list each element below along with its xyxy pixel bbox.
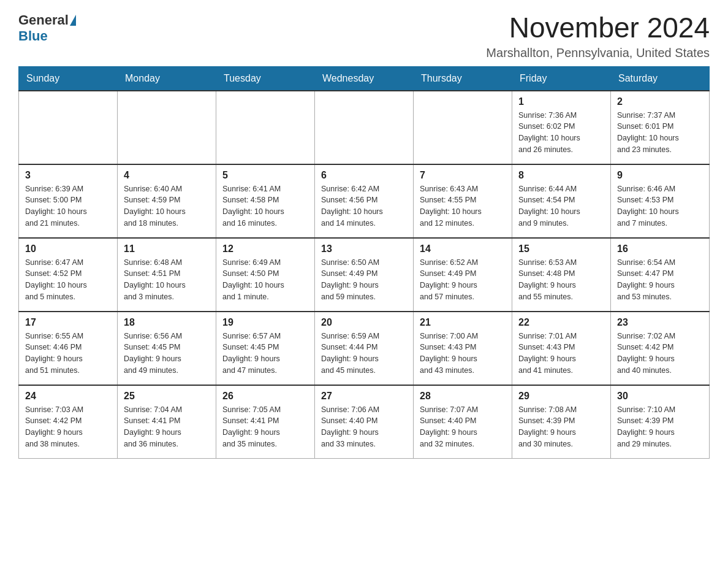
day-number: 29 [518,391,604,402]
day-number: 28 [420,391,506,402]
calendar-cell: 29Sunrise: 7:08 AM Sunset: 4:39 PM Dayli… [512,385,611,459]
calendar-cell: 25Sunrise: 7:04 AM Sunset: 4:41 PM Dayli… [118,385,216,459]
day-number: 22 [518,317,604,328]
week-row-2: 3Sunrise: 6:39 AM Sunset: 5:00 PM Daylig… [19,164,710,238]
day-info: Sunrise: 7:01 AM Sunset: 4:43 PM Dayligh… [518,331,604,377]
day-info: Sunrise: 7:04 AM Sunset: 4:41 PM Dayligh… [124,404,210,450]
day-info: Sunrise: 7:07 AM Sunset: 4:40 PM Dayligh… [420,404,506,450]
day-number: 15 [518,243,604,255]
day-number: 20 [321,317,407,328]
day-info: Sunrise: 6:49 AM Sunset: 4:50 PM Dayligh… [222,257,308,303]
calendar-cell: 4Sunrise: 6:40 AM Sunset: 4:59 PM Daylig… [118,164,216,238]
calendar-cell: 21Sunrise: 7:00 AM Sunset: 4:43 PM Dayli… [414,312,512,385]
day-info: Sunrise: 7:08 AM Sunset: 4:39 PM Dayligh… [518,404,604,450]
day-info: Sunrise: 6:44 AM Sunset: 4:54 PM Dayligh… [518,183,604,229]
calendar-cell: 12Sunrise: 6:49 AM Sunset: 4:50 PM Dayli… [216,238,315,312]
calendar-header-friday: Friday [512,66,611,91]
week-row-4: 17Sunrise: 6:55 AM Sunset: 4:46 PM Dayli… [19,312,710,385]
calendar-cell: 28Sunrise: 7:07 AM Sunset: 4:40 PM Dayli… [414,385,512,459]
calendar-cell: 24Sunrise: 7:03 AM Sunset: 4:42 PM Dayli… [19,385,118,459]
day-info: Sunrise: 6:53 AM Sunset: 4:48 PM Dayligh… [518,257,604,303]
week-row-5: 24Sunrise: 7:03 AM Sunset: 4:42 PM Dayli… [19,385,710,459]
day-number: 7 [420,170,506,181]
day-info: Sunrise: 6:40 AM Sunset: 4:59 PM Dayligh… [124,183,210,229]
calendar-cell: 3Sunrise: 6:39 AM Sunset: 5:00 PM Daylig… [19,164,118,238]
day-info: Sunrise: 7:06 AM Sunset: 4:40 PM Dayligh… [321,404,407,450]
day-number: 23 [617,317,703,328]
day-info: Sunrise: 7:37 AM Sunset: 6:01 PM Dayligh… [617,110,703,156]
calendar-cell [216,91,315,164]
day-number: 14 [420,243,506,255]
page-header: General Blue November 2024 Marshallton, … [18,12,710,60]
day-number: 27 [321,391,407,402]
day-number: 11 [124,243,210,255]
day-number: 25 [124,391,210,402]
calendar-table: SundayMondayTuesdayWednesdayThursdayFrid… [18,66,710,459]
calendar-header-row: SundayMondayTuesdayWednesdayThursdayFrid… [19,66,710,91]
calendar-cell: 6Sunrise: 6:42 AM Sunset: 4:56 PM Daylig… [315,164,414,238]
day-info: Sunrise: 6:41 AM Sunset: 4:58 PM Dayligh… [222,183,308,229]
day-info: Sunrise: 6:57 AM Sunset: 4:45 PM Dayligh… [222,331,308,377]
calendar-cell: 5Sunrise: 6:41 AM Sunset: 4:58 PM Daylig… [216,164,315,238]
calendar-header-monday: Monday [118,66,216,91]
calendar-cell: 1Sunrise: 7:36 AM Sunset: 6:02 PM Daylig… [512,91,611,164]
day-info: Sunrise: 6:50 AM Sunset: 4:49 PM Dayligh… [321,257,407,303]
day-info: Sunrise: 6:54 AM Sunset: 4:47 PM Dayligh… [617,257,703,303]
calendar-cell: 20Sunrise: 6:59 AM Sunset: 4:44 PM Dayli… [315,312,414,385]
day-number: 8 [518,170,604,181]
day-number: 21 [420,317,506,328]
day-info: Sunrise: 6:55 AM Sunset: 4:46 PM Dayligh… [25,331,111,377]
day-number: 6 [321,170,407,181]
calendar-cell: 22Sunrise: 7:01 AM Sunset: 4:43 PM Dayli… [512,312,611,385]
day-number: 16 [617,243,703,255]
calendar-cell: 18Sunrise: 6:56 AM Sunset: 4:45 PM Dayli… [118,312,216,385]
day-number: 9 [617,170,703,181]
day-info: Sunrise: 6:39 AM Sunset: 5:00 PM Dayligh… [25,183,111,229]
calendar-cell: 11Sunrise: 6:48 AM Sunset: 4:51 PM Dayli… [118,238,216,312]
day-number: 4 [124,170,210,181]
day-info: Sunrise: 6:46 AM Sunset: 4:53 PM Dayligh… [617,183,703,229]
calendar-cell: 15Sunrise: 6:53 AM Sunset: 4:48 PM Dayli… [512,238,611,312]
calendar-cell: 13Sunrise: 6:50 AM Sunset: 4:49 PM Dayli… [315,238,414,312]
calendar-cell: 19Sunrise: 6:57 AM Sunset: 4:45 PM Dayli… [216,312,315,385]
calendar-cell [414,91,512,164]
day-info: Sunrise: 7:02 AM Sunset: 4:42 PM Dayligh… [617,331,703,377]
subtitle: Marshallton, Pennsylvania, United States [486,46,710,60]
day-info: Sunrise: 7:03 AM Sunset: 4:42 PM Dayligh… [25,404,111,450]
calendar-header-tuesday: Tuesday [216,66,315,91]
day-number: 19 [222,317,308,328]
calendar-header-sunday: Sunday [19,66,118,91]
calendar-cell: 17Sunrise: 6:55 AM Sunset: 4:46 PM Dayli… [19,312,118,385]
calendar-cell [315,91,414,164]
day-info: Sunrise: 7:05 AM Sunset: 4:41 PM Dayligh… [222,404,308,450]
day-info: Sunrise: 6:52 AM Sunset: 4:49 PM Dayligh… [420,257,506,303]
day-number: 2 [617,96,703,107]
day-number: 3 [25,170,111,181]
title-block: November 2024 Marshallton, Pennsylvania,… [486,12,710,60]
day-number: 13 [321,243,407,255]
day-number: 26 [222,391,308,402]
day-number: 1 [518,96,604,107]
calendar-cell: 9Sunrise: 6:46 AM Sunset: 4:53 PM Daylig… [611,164,710,238]
calendar-cell: 27Sunrise: 7:06 AM Sunset: 4:40 PM Dayli… [315,385,414,459]
calendar-header-saturday: Saturday [611,66,710,91]
day-info: Sunrise: 7:36 AM Sunset: 6:02 PM Dayligh… [518,110,604,156]
day-info: Sunrise: 6:56 AM Sunset: 4:45 PM Dayligh… [124,331,210,377]
calendar-cell: 23Sunrise: 7:02 AM Sunset: 4:42 PM Dayli… [611,312,710,385]
logo-triangle-icon [70,15,76,26]
calendar-cell: 30Sunrise: 7:10 AM Sunset: 4:39 PM Dayli… [611,385,710,459]
day-info: Sunrise: 6:47 AM Sunset: 4:52 PM Dayligh… [25,257,111,303]
calendar-cell: 14Sunrise: 6:52 AM Sunset: 4:49 PM Dayli… [414,238,512,312]
day-number: 12 [222,243,308,255]
logo: General Blue [18,12,77,44]
calendar-header-wednesday: Wednesday [315,66,414,91]
day-number: 5 [222,170,308,181]
calendar-cell [19,91,118,164]
calendar-cell: 26Sunrise: 7:05 AM Sunset: 4:41 PM Dayli… [216,385,315,459]
day-number: 17 [25,317,111,328]
week-row-1: 1Sunrise: 7:36 AM Sunset: 6:02 PM Daylig… [19,91,710,164]
calendar-cell: 8Sunrise: 6:44 AM Sunset: 4:54 PM Daylig… [512,164,611,238]
day-info: Sunrise: 7:00 AM Sunset: 4:43 PM Dayligh… [420,331,506,377]
calendar-cell: 2Sunrise: 7:37 AM Sunset: 6:01 PM Daylig… [611,91,710,164]
day-info: Sunrise: 6:59 AM Sunset: 4:44 PM Dayligh… [321,331,407,377]
